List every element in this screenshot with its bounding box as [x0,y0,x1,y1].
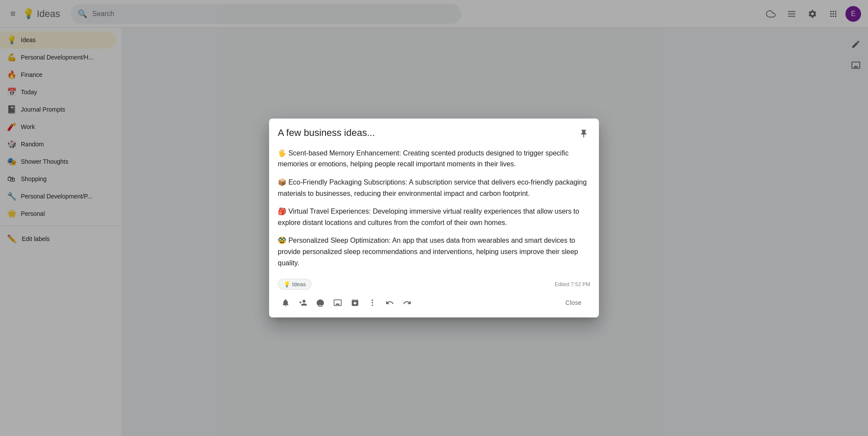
color-btn[interactable] [312,295,328,310]
note-tags-row: 💡 Ideas Edited 7:52 PM [274,279,594,290]
archive-btn[interactable] [347,295,363,310]
add-image-btn[interactable] [330,295,345,310]
note-modal: A few business ideas... 🖐 Scent-based Me… [269,119,599,317]
svg-point-14 [372,304,373,306]
note-modal-title: A few business ideas... [278,127,577,139]
close-btn[interactable]: Close [557,296,590,310]
note-modal-header: A few business ideas... [269,119,599,146]
redo-btn[interactable] [399,295,415,310]
note-actions-bar: Close [274,293,594,312]
svg-point-12 [372,300,373,301]
reminder-btn[interactable] [278,295,293,310]
note-paragraph: 🥸 Personalized Sleep Optimization: An ap… [278,235,590,268]
note-paragraph: 🖐 Scent-based Memory Enhancement: Creati… [278,148,590,170]
collaborator-btn[interactable] [295,295,311,310]
note-tag[interactable]: 💡 Ideas [278,279,312,290]
note-paragraph: 📦 Eco-Friendly Packaging Subscriptions: … [278,177,590,199]
tag-icon: 💡 [283,281,290,287]
modal-overlay[interactable]: A few business ideas... 🖐 Scent-based Me… [0,0,868,436]
note-modal-body: 🖐 Scent-based Memory Enhancement: Creati… [269,146,599,275]
more-btn[interactable] [365,295,380,310]
note-pin-btn[interactable] [577,127,590,142]
note-edited-time: Edited 7:52 PM [555,281,590,287]
note-paragraph: 🎒 Virtual Travel Experiences: Developing… [278,206,590,228]
svg-point-13 [372,302,373,304]
tag-label: Ideas [292,281,306,287]
undo-btn[interactable] [382,295,398,310]
note-modal-footer: 💡 Ideas Edited 7:52 PM [269,275,599,317]
